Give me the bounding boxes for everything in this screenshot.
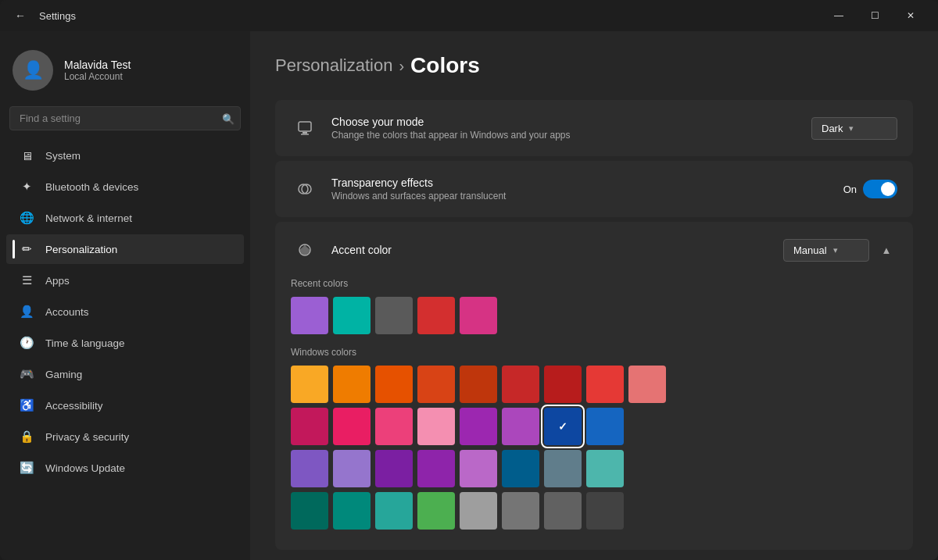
win-color-3-2[interactable]: [375, 492, 413, 530]
win-color-1-6[interactable]: [544, 408, 582, 445]
win-color-1-4[interactable]: [460, 408, 497, 445]
win-color-3-5[interactable]: [502, 492, 539, 530]
search-icon: 🔍: [222, 112, 234, 124]
sidebar-item-update[interactable]: 🔄 Windows Update: [6, 453, 244, 483]
win-color-2-4[interactable]: [460, 450, 497, 487]
sidebar-label-update: Windows Update: [45, 462, 125, 474]
win-color-2-6[interactable]: [544, 450, 582, 487]
breadcrumb-separator: ›: [399, 57, 404, 75]
accent-icon: [291, 236, 319, 264]
win-color-0-7[interactable]: [586, 366, 624, 403]
mode-row: Choose your mode Change the colors that …: [275, 100, 913, 156]
maximize-button[interactable]: ☐: [857, 0, 893, 31]
sidebar-label-accounts: Accounts: [45, 306, 89, 318]
mode-desc: Change the colors that appear in Windows…: [331, 130, 811, 141]
sidebar-item-gaming[interactable]: 🎮 Gaming: [6, 359, 244, 389]
mode-label: Choose your mode: [331, 116, 811, 128]
svg-rect-0: [299, 122, 311, 131]
win-color-3-4[interactable]: [460, 492, 497, 530]
sidebar-item-accessibility[interactable]: ♿ Accessibility: [6, 391, 244, 420]
mode-dropdown[interactable]: Dark ▾: [811, 117, 897, 140]
sidebar-item-system[interactable]: 🖥 System: [6, 141, 244, 170]
avatar: 👤: [13, 50, 53, 91]
mode-text: Choose your mode Change the colors that …: [331, 116, 811, 141]
win-color-0-0[interactable]: [291, 366, 328, 403]
win-color-1-1[interactable]: [333, 408, 371, 445]
win-color-1-5[interactable]: [502, 408, 539, 445]
sidebar-label-personalization: Personalization: [45, 244, 117, 255]
breadcrumb-current: Colors: [410, 53, 480, 78]
win-color-2-0[interactable]: [291, 450, 328, 487]
win-color-3-1[interactable]: [333, 492, 371, 530]
recent-color-1[interactable]: [333, 297, 371, 334]
gaming-icon: 🎮: [19, 366, 34, 382]
transparency-row: Transparency effects Windows and surface…: [275, 161, 913, 217]
sidebar-label-gaming: Gaming: [45, 369, 82, 380]
win-color-2-2[interactable]: [375, 450, 413, 487]
transparency-desc: Windows and surfaces appear translucent: [331, 191, 843, 202]
sidebar-label-privacy: Privacy & security: [45, 431, 129, 443]
accent-control: Manual ▾ ▲: [783, 239, 897, 262]
win-color-0-5[interactable]: [502, 366, 539, 403]
system-icon: 🖥: [19, 148, 34, 163]
transparency-control: On: [843, 180, 897, 198]
window-title: Settings: [39, 10, 76, 22]
sidebar-item-time[interactable]: 🕐 Time & language: [6, 328, 244, 358]
transparency-card: Transparency effects Windows and surface…: [275, 161, 913, 217]
win-color-1-7[interactable]: [586, 408, 624, 445]
time-icon: 🕐: [19, 335, 34, 351]
mode-dropdown-value: Dark: [822, 123, 843, 134]
accent-collapse-button[interactable]: ▲: [875, 239, 897, 261]
close-button[interactable]: ✕: [893, 0, 929, 31]
win-color-1-3[interactable]: [417, 408, 455, 445]
transparency-label: Transparency effects: [331, 177, 843, 189]
win-color-0-6[interactable]: [544, 366, 582, 403]
win-color-0-1[interactable]: [333, 366, 371, 403]
update-icon: 🔄: [19, 460, 34, 476]
win-color-0-8[interactable]: [628, 366, 666, 403]
search-box: 🔍: [9, 106, 241, 130]
sidebar-item-accounts[interactable]: 👤 Accounts: [6, 297, 244, 326]
win-color-3-6[interactable]: [544, 492, 582, 530]
accent-card: Accent color Manual ▾ ▲ Recent colors: [275, 222, 913, 550]
title-bar-left: ← Settings: [9, 5, 821, 27]
transparency-toggle[interactable]: [863, 180, 897, 198]
windows-colors-label: Windows colors: [291, 347, 897, 358]
windows-colors-row-0: [291, 366, 897, 403]
sidebar-item-network[interactable]: 🌐 Network & internet: [6, 203, 244, 233]
sidebar-item-personalization[interactable]: ✏ Personalization: [6, 234, 244, 264]
sidebar-item-apps[interactable]: ☰ Apps: [6, 266, 244, 295]
sidebar-label-bluetooth: Bluetooth & devices: [45, 181, 138, 193]
accent-dropdown[interactable]: Manual ▾: [783, 239, 869, 262]
recent-color-3[interactable]: [417, 297, 455, 334]
apps-icon: ☰: [19, 273, 34, 288]
win-color-0-2[interactable]: [375, 366, 413, 403]
win-color-1-0[interactable]: [291, 408, 328, 445]
minimize-button[interactable]: —: [821, 0, 857, 31]
sidebar-item-bluetooth[interactable]: ✦ Bluetooth & devices: [6, 172, 244, 202]
win-color-3-0[interactable]: [291, 492, 328, 530]
bluetooth-icon: ✦: [19, 179, 34, 194]
back-button[interactable]: ←: [9, 5, 31, 27]
win-color-1-2[interactable]: [375, 408, 413, 445]
sidebar-item-privacy[interactable]: 🔒 Privacy & security: [6, 422, 244, 451]
win-color-2-5[interactable]: [502, 450, 539, 487]
win-color-3-3[interactable]: [417, 492, 455, 530]
search-input[interactable]: [9, 106, 241, 130]
transparency-icon: [291, 175, 319, 203]
win-color-2-1[interactable]: [333, 450, 371, 487]
accent-dropdown-value: Manual: [793, 244, 827, 256]
win-color-2-3[interactable]: [417, 450, 455, 487]
mode-control: Dark ▾: [811, 117, 897, 140]
accent-header: Accent color Manual ▾ ▲: [275, 222, 913, 278]
win-color-0-4[interactable]: [460, 366, 497, 403]
win-color-2-7[interactable]: [586, 450, 624, 487]
win-color-0-3[interactable]: [417, 366, 455, 403]
recent-color-4[interactable]: [460, 297, 497, 334]
breadcrumb: Personalization › Colors: [275, 53, 913, 78]
win-color-3-7[interactable]: [586, 492, 624, 530]
svg-rect-1: [303, 132, 307, 134]
content-area: 👤 Malavida Test Local Account 🔍 🖥 System…: [0, 31, 938, 560]
recent-color-0[interactable]: [291, 297, 328, 334]
recent-color-2[interactable]: [375, 297, 413, 334]
